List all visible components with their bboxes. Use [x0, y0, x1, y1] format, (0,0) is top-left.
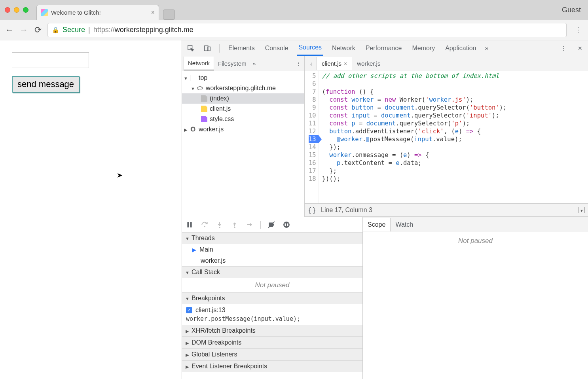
- maximize-window-icon[interactable]: [23, 7, 28, 13]
- breakpoint-checkbox[interactable]: ✓: [186, 307, 192, 313]
- tab-title: Welcome to Glitch!: [51, 9, 148, 16]
- url-text: https://workerstepping.glitch.me: [93, 26, 193, 34]
- debugger-toolbar: [182, 217, 362, 232]
- navigator-tab-filesystem[interactable]: Filesystem: [214, 57, 250, 70]
- code-lines[interactable]: // add other scripts at the bottom of in…: [319, 71, 510, 203]
- separator: |: [88, 26, 90, 34]
- tab-application[interactable]: Application: [444, 41, 478, 55]
- css-file-icon: [201, 116, 207, 122]
- window-traffic-lights: [5, 7, 28, 13]
- pretty-print-icon[interactable]: { }: [309, 206, 315, 214]
- open-file-tabs: ⫞ client.js × worker.js: [305, 56, 588, 71]
- pause-button[interactable]: [185, 220, 194, 229]
- file-tab-clientjs[interactable]: client.js ×: [317, 57, 352, 70]
- tab-network[interactable]: Network: [330, 41, 357, 55]
- tree-item-worker[interactable]: worker.js: [182, 124, 304, 135]
- page-body: send message ➤ Elements Console Sources …: [0, 40, 588, 379]
- svg-point-5: [204, 226, 205, 227]
- navigator-tab-network[interactable]: Network: [184, 57, 214, 70]
- line-gutter[interactable]: 56789101112131415161718: [305, 71, 319, 203]
- tree-item-top[interactable]: top: [182, 73, 304, 83]
- tree-label: top: [199, 74, 207, 81]
- devtools-close-icon[interactable]: ✕: [575, 44, 585, 53]
- thread-worker[interactable]: worker.js: [182, 255, 362, 266]
- tree-item-clientjs[interactable]: client.js: [182, 104, 304, 114]
- breakpoint-label: client.js:13: [195, 307, 226, 314]
- scope-tab[interactable]: Scope: [363, 218, 391, 231]
- global-listeners-header[interactable]: Global Listeners: [182, 349, 362, 360]
- breakpoints-header[interactable]: Breakpoints: [182, 292, 362, 304]
- omnibox[interactable]: 🔒 Secure | https://workerstepping.glitch…: [47, 23, 567, 37]
- scope-watch-tabs: Scope Watch: [363, 217, 588, 232]
- sources-layout: Network Filesystem » ⋮ top workersteppin…: [182, 56, 588, 217]
- editor-statusbar: { } Line 17, Column 3 ▼: [305, 203, 588, 217]
- close-window-icon[interactable]: [5, 7, 10, 13]
- tree-item-domain[interactable]: workerstepping.glitch.me: [182, 83, 304, 93]
- tab-sources[interactable]: Sources: [297, 40, 323, 56]
- browser-tab-active[interactable]: Welcome to Glitch! ×: [36, 5, 159, 20]
- expand-icon[interactable]: [184, 126, 188, 133]
- expand-icon[interactable]: [191, 85, 195, 92]
- thread-main[interactable]: ▶Main: [182, 244, 362, 255]
- back-button[interactable]: ←: [5, 25, 14, 35]
- watch-tab[interactable]: Watch: [391, 218, 418, 231]
- navigator-tabs: Network Filesystem » ⋮: [182, 56, 304, 71]
- step-over-button[interactable]: [200, 220, 209, 229]
- navigator-menu-icon[interactable]: ⋮: [296, 61, 301, 67]
- svg-point-9: [283, 222, 290, 228]
- profile-label[interactable]: Guest: [562, 6, 581, 14]
- js-file-icon: [201, 106, 207, 112]
- tree-label: client.js: [210, 105, 231, 112]
- close-file-icon[interactable]: ×: [344, 61, 347, 67]
- debugger-panels: Threads ▶Main worker.js Call Stack Not p…: [182, 217, 588, 379]
- tab-elements[interactable]: Elements: [227, 41, 256, 55]
- gear-icon: [190, 126, 196, 133]
- tab-memory[interactable]: Memory: [410, 41, 436, 55]
- tab-performance[interactable]: Performance: [364, 41, 404, 55]
- breakpoint-item[interactable]: ✓ client.js:13 worker.postMessage(input.…: [182, 304, 362, 325]
- inspect-element-icon[interactable]: [186, 44, 195, 53]
- file-tab-workerjs[interactable]: worker.js: [352, 57, 385, 70]
- message-input[interactable]: [12, 52, 89, 68]
- window-titlebar: Welcome to Glitch! × Guest: [0, 0, 588, 20]
- callstack-header[interactable]: Call Stack: [182, 266, 362, 278]
- devtools-panel: Elements Console Sources Network Perform…: [182, 40, 588, 379]
- rendered-page: send message ➤: [0, 40, 182, 379]
- xhr-breakpoints-header[interactable]: XHR/fetch Breakpoints: [182, 325, 362, 337]
- collapse-navigator-icon[interactable]: ⫞: [305, 61, 317, 67]
- minimize-window-icon[interactable]: [14, 7, 19, 13]
- cloud-icon: [197, 85, 203, 91]
- reload-button[interactable]: ⟳: [33, 25, 43, 35]
- navigator-more-icon[interactable]: »: [253, 61, 256, 67]
- pause-on-exceptions-button[interactable]: [282, 220, 291, 229]
- tree-label: workerstepping.glitch.me: [206, 85, 276, 92]
- debugger-right: Scope Watch Not paused: [363, 217, 588, 379]
- code-editor[interactable]: 56789101112131415161718 // add other scr…: [305, 71, 588, 203]
- tree-item-stylecss[interactable]: style.css: [182, 114, 304, 124]
- step-button[interactable]: [245, 220, 254, 229]
- chrome-menu-icon[interactable]: ⋯: [575, 26, 584, 34]
- coverage-icon[interactable]: ▼: [579, 207, 585, 213]
- device-toolbar-icon[interactable]: [203, 44, 212, 53]
- event-listener-breakpoints-header[interactable]: Event Listener Breakpoints: [182, 360, 362, 372]
- devtools-settings-icon[interactable]: ⋮: [559, 44, 568, 53]
- tab-console[interactable]: Console: [264, 41, 290, 55]
- expand-icon[interactable]: [184, 74, 188, 81]
- more-tabs-icon[interactable]: »: [485, 45, 488, 52]
- cursor-icon: ➤: [117, 171, 123, 180]
- step-into-button[interactable]: [215, 220, 224, 229]
- new-tab-button[interactable]: [163, 9, 175, 20]
- close-tab-icon[interactable]: ×: [151, 9, 155, 16]
- editor-column: ⫞ client.js × worker.js 5678910111213141…: [305, 56, 588, 217]
- forward-button[interactable]: →: [19, 25, 28, 35]
- step-out-button[interactable]: [230, 220, 239, 229]
- send-message-button[interactable]: send message: [12, 76, 80, 93]
- threads-header[interactable]: Threads: [182, 232, 362, 244]
- dom-breakpoints-header[interactable]: DOM Breakpoints: [182, 337, 362, 349]
- tree-item-index[interactable]: (index): [182, 93, 304, 104]
- deactivate-breakpoints-button[interactable]: [267, 220, 276, 229]
- frame-icon: [190, 75, 196, 81]
- divider: [219, 44, 220, 53]
- debugger-left: Threads ▶Main worker.js Call Stack Not p…: [182, 217, 363, 379]
- lock-icon: 🔒: [52, 27, 59, 34]
